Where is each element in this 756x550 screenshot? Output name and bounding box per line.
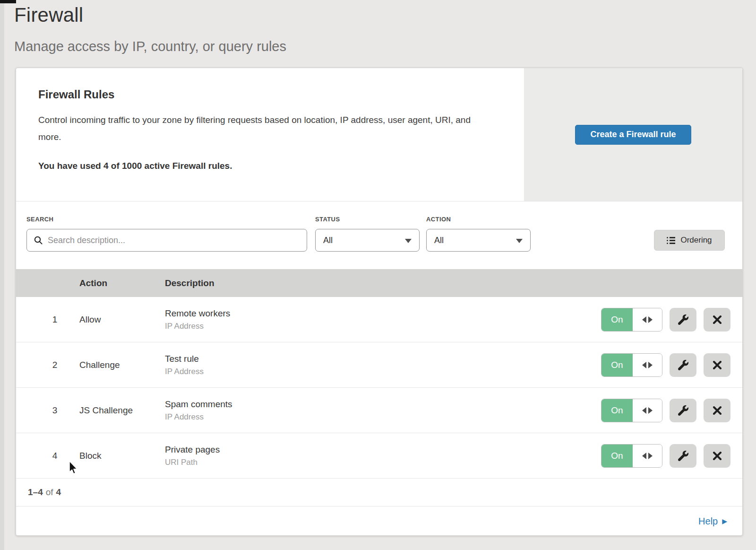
rule-action: Allow	[79, 314, 101, 325]
rule-controls: On	[601, 308, 730, 332]
section-heading: Firewall Rules	[38, 88, 492, 101]
pagination: 1–4 of 4	[16, 479, 742, 506]
toggle-on-label: On	[601, 354, 633, 376]
close-icon	[713, 406, 722, 415]
rule-row: 4 Block Private pages URI Path On	[16, 433, 742, 479]
toggle-arrows-icon	[633, 354, 662, 376]
intro-content: Firewall Rules Control incoming traffic …	[38, 88, 492, 171]
pagination-total: 4	[56, 487, 61, 498]
rule-enabled-toggle[interactable]: On	[601, 308, 662, 332]
search-icon	[34, 236, 43, 245]
page-header: Firewall Manage access by IP, country, o…	[14, 4, 286, 54]
wrench-icon	[678, 451, 688, 461]
rule-priority: 3	[44, 405, 65, 416]
window-corner-bar	[0, 0, 16, 3]
status-select[interactable]: All	[315, 229, 420, 252]
rule-controls: On	[601, 444, 730, 468]
pagination-range: 1–4	[28, 487, 43, 498]
delete-rule-button[interactable]	[704, 353, 730, 377]
column-header-action: Action	[79, 269, 107, 297]
edit-rule-button[interactable]	[670, 353, 696, 377]
rule-action: Block	[79, 451, 101, 461]
rule-enabled-toggle[interactable]: On	[601, 399, 662, 422]
rule-description: Private pages URI Path	[165, 445, 220, 467]
rule-priority: 4	[44, 451, 65, 461]
rule-controls: On	[601, 399, 730, 422]
rule-description-title: Remote workers	[165, 308, 230, 319]
usage-summary: You have used 4 of 1000 active Firewall …	[38, 161, 492, 171]
ordering-button[interactable]: Ordering	[654, 230, 725, 251]
close-icon	[713, 451, 722, 461]
delete-rule-button[interactable]	[704, 444, 730, 468]
rule-action: Challenge	[79, 360, 120, 370]
caret-down-icon	[405, 239, 412, 243]
rule-match-field: IP Address	[165, 322, 230, 331]
wrench-icon	[678, 314, 688, 325]
help-arrow-icon: ▶	[722, 518, 727, 524]
card-footer: Help ▶	[16, 506, 742, 535]
rule-row: 2 Challenge Test rule IP Address On	[16, 342, 742, 388]
toggle-on-label: On	[601, 445, 633, 467]
ordering-button-label: Ordering	[680, 236, 712, 245]
toggle-arrows-icon	[633, 399, 662, 422]
wrench-icon	[678, 405, 688, 416]
search-box	[26, 229, 307, 252]
caret-down-icon	[516, 239, 523, 243]
help-link-label: Help	[698, 515, 718, 526]
toggle-arrows-icon	[633, 308, 662, 331]
create-firewall-rule-button[interactable]: Create a Firewall rule	[575, 125, 691, 145]
page-subtitle: Manage access by IP, country, or query r…	[14, 39, 286, 54]
help-link[interactable]: Help ▶	[698, 515, 727, 526]
delete-rule-button[interactable]	[704, 308, 730, 332]
rules-rows: 1 Allow Remote workers IP Address On	[16, 297, 742, 479]
action-label: ACTION	[426, 216, 451, 223]
rule-priority: 2	[44, 360, 65, 370]
edit-rule-button[interactable]	[670, 399, 696, 422]
action-select[interactable]: All	[426, 229, 531, 252]
rule-match-field: IP Address	[165, 412, 232, 422]
rule-enabled-toggle[interactable]: On	[601, 353, 662, 377]
section-description: Control incoming traffic to your zone by…	[38, 112, 492, 146]
rule-description: Spam comments IP Address	[165, 399, 232, 422]
toggle-on-label: On	[601, 308, 633, 331]
filters-bar: SEARCH STATUS All ACTION All Ordering	[16, 201, 742, 269]
rule-priority: 1	[44, 314, 65, 325]
rule-description-title: Spam comments	[165, 399, 232, 410]
rule-description: Test rule IP Address	[165, 354, 204, 376]
status-label: STATUS	[315, 216, 340, 223]
toggle-arrows-icon	[633, 445, 662, 467]
rule-description: Remote workers IP Address	[165, 308, 230, 331]
ordered-list-icon	[667, 237, 675, 244]
rule-description-title: Test rule	[165, 354, 204, 364]
rule-description-title: Private pages	[165, 445, 220, 455]
delete-rule-button[interactable]	[704, 399, 730, 422]
window-left-edge	[0, 0, 4, 550]
rule-match-field: URI Path	[165, 458, 220, 467]
firewall-rules-card: Create a Firewall rule Firewall Rules Co…	[16, 68, 743, 536]
edit-rule-button[interactable]	[670, 444, 696, 468]
search-label: SEARCH	[26, 216, 53, 223]
intro-aside-panel: Create a Firewall rule	[524, 68, 742, 201]
rule-action: JS Challenge	[79, 405, 133, 416]
rule-match-field: IP Address	[165, 367, 204, 376]
action-select-value: All	[434, 236, 444, 245]
close-icon	[713, 315, 722, 324]
edit-rule-button[interactable]	[670, 308, 696, 332]
rule-controls: On	[601, 353, 730, 377]
pagination-of: of	[46, 487, 53, 498]
toggle-on-label: On	[601, 399, 633, 422]
close-icon	[713, 360, 722, 370]
rule-row: 3 JS Challenge Spam comments IP Address …	[16, 388, 742, 433]
status-select-value: All	[323, 236, 333, 245]
wrench-icon	[678, 360, 688, 370]
rule-enabled-toggle[interactable]: On	[601, 444, 662, 468]
table-header: Action Description	[16, 269, 742, 297]
page-title: Firewall	[14, 4, 286, 26]
rule-row: 1 Allow Remote workers IP Address On	[16, 297, 742, 342]
column-header-description: Description	[165, 269, 215, 297]
intro-section: Create a Firewall rule Firewall Rules Co…	[16, 68, 742, 201]
search-input[interactable]	[26, 229, 307, 252]
